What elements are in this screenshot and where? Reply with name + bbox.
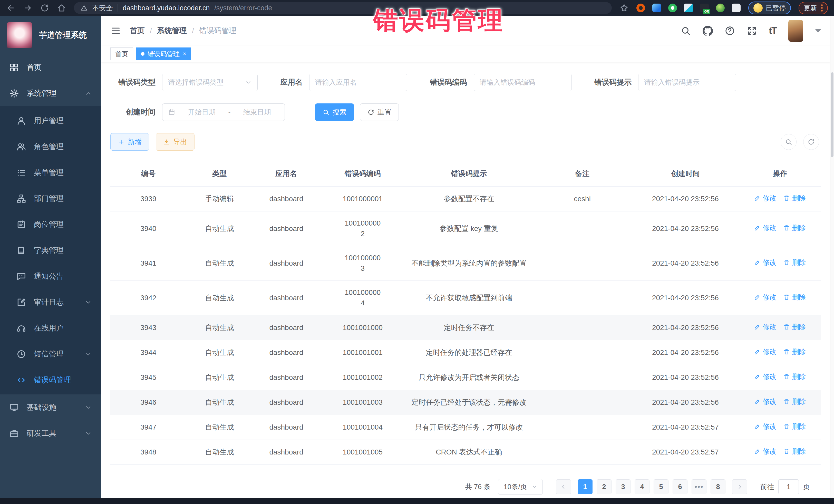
delete-link[interactable]: 删除 bbox=[783, 446, 806, 457]
edit-link[interactable]: 修改 bbox=[754, 258, 776, 268]
delete-link[interactable]: 删除 bbox=[783, 193, 806, 203]
sidebar-item-headset[interactable]: 在线用户 bbox=[0, 315, 101, 341]
extension-squares-icon[interactable] bbox=[684, 4, 693, 12]
search-icon[interactable] bbox=[681, 26, 691, 36]
app-name-input[interactable] bbox=[309, 74, 407, 91]
address-bar[interactable]: 不安全 dashboard.yudao.iocoder.cn/system/er… bbox=[74, 2, 612, 14]
edit-link[interactable]: 修改 bbox=[754, 223, 776, 233]
export-button[interactable]: 导出 bbox=[156, 133, 195, 151]
sidebar-item-users[interactable]: 角色管理 bbox=[0, 134, 101, 160]
sidebar-item-chat[interactable]: 通知公告 bbox=[0, 263, 101, 289]
table-row[interactable]: 3943自动生成dashboard1001001000定时任务不存在2021-0… bbox=[110, 315, 821, 340]
github-icon[interactable] bbox=[703, 26, 713, 36]
sidebar-item-clock[interactable]: 短信管理 bbox=[0, 341, 101, 367]
show-search-button[interactable] bbox=[781, 134, 796, 150]
table-row[interactable]: 3940自动生成dashboard1001000002参数配置 key 重复20… bbox=[110, 212, 821, 246]
breadcrumb-item[interactable]: 错误码管理 bbox=[199, 26, 236, 36]
back-icon[interactable] bbox=[6, 3, 15, 13]
page-size-select[interactable]: 10条/页 bbox=[498, 479, 543, 495]
sidebar-item-badge[interactable]: 岗位管理 bbox=[0, 212, 101, 237]
edit-link[interactable]: 修改 bbox=[754, 292, 776, 302]
delete-link[interactable]: 删除 bbox=[783, 397, 806, 407]
table-row[interactable]: 3946自动生成dashboard1001001003定时任务已经处于该状态，无… bbox=[110, 390, 821, 415]
font-size-icon[interactable]: tT bbox=[769, 25, 776, 36]
forward-icon[interactable] bbox=[23, 3, 32, 13]
table-row[interactable]: 3942自动生成dashboard1001000004不允许获取敏感配置到前端2… bbox=[110, 281, 821, 315]
sidebar-item-gear[interactable]: 系统管理 bbox=[0, 80, 101, 106]
refresh-table-button[interactable] bbox=[803, 134, 819, 150]
edit-link[interactable]: 修改 bbox=[754, 397, 776, 407]
edit-link[interactable]: 修改 bbox=[754, 446, 776, 457]
edit-link[interactable]: 修改 bbox=[754, 422, 776, 432]
ellipsis-pages-button[interactable]: ••• bbox=[692, 479, 706, 494]
edit-link[interactable]: 修改 bbox=[754, 193, 776, 203]
table-row[interactable]: 3944自动生成dashboard1001001001定时任务的处理器已经存在2… bbox=[110, 340, 821, 365]
table-row[interactable]: 3948自动生成dashboard1001001005CRON 表达式不正确20… bbox=[110, 440, 821, 465]
error-code-input[interactable] bbox=[474, 74, 572, 91]
search-button[interactable]: 搜索 bbox=[315, 104, 354, 121]
date-range-picker[interactable]: 开始日期 - 结束日期 bbox=[162, 104, 285, 121]
edit-link[interactable]: 修改 bbox=[754, 347, 776, 357]
breadcrumb-item[interactable]: 系统管理 bbox=[157, 26, 187, 36]
delete-link[interactable]: 删除 bbox=[783, 258, 806, 268]
sidebar-item-list[interactable]: 菜单管理 bbox=[0, 160, 101, 185]
page-button-6[interactable]: 6 bbox=[673, 479, 687, 494]
delete-link[interactable]: 删除 bbox=[783, 347, 806, 357]
help-icon[interactable] bbox=[725, 26, 735, 36]
close-icon[interactable]: × bbox=[183, 51, 186, 57]
extension-dark-icon[interactable]: on bbox=[700, 4, 709, 12]
sidebar-item-monitor[interactable]: 基础设施 bbox=[0, 394, 101, 420]
update-button[interactable]: 更新 bbox=[798, 2, 828, 14]
table-row[interactable]: 3947自动生成dashboard1001001004只有开启状态的任务，才可以… bbox=[110, 415, 821, 440]
sidebar-item-book[interactable]: 字典管理 bbox=[0, 237, 101, 263]
bookmark-star-icon[interactable] bbox=[619, 3, 629, 13]
delete-link[interactable]: 删除 bbox=[783, 292, 806, 302]
extension-orange-icon[interactable] bbox=[636, 4, 645, 12]
table-row[interactable]: 3945自动生成dashboard1001001002只允许修改为开启或者关闭状… bbox=[110, 365, 821, 390]
reload-icon[interactable] bbox=[40, 3, 49, 13]
delete-link[interactable]: 删除 bbox=[783, 223, 806, 233]
prev-page-button[interactable] bbox=[556, 479, 571, 494]
tag-item[interactable]: 首页 bbox=[110, 47, 133, 60]
logo-row[interactable]: 芋道管理系统 bbox=[0, 16, 101, 54]
page-button-1[interactable]: 1 bbox=[578, 479, 593, 494]
breadcrumb-item[interactable]: 首页 bbox=[130, 26, 145, 36]
fullscreen-icon[interactable] bbox=[747, 26, 757, 36]
sidebar-item-grid[interactable]: 首页 bbox=[0, 54, 101, 80]
scrollbar-thumb[interactable] bbox=[831, 72, 833, 157]
goto-page-input[interactable] bbox=[778, 479, 799, 494]
sidebar-item-tree[interactable]: 部门管理 bbox=[0, 185, 101, 212]
home-icon[interactable] bbox=[57, 3, 66, 13]
next-page-button[interactable] bbox=[732, 479, 747, 494]
sidebar-item-briefcase[interactable]: 研发工具 bbox=[0, 420, 101, 446]
delete-link[interactable]: 删除 bbox=[783, 372, 806, 382]
hamburger-icon[interactable] bbox=[110, 25, 121, 36]
reset-button[interactable]: 重置 bbox=[360, 104, 399, 121]
extension-green-icon[interactable] bbox=[668, 4, 677, 12]
page-button-4[interactable]: 4 bbox=[635, 479, 650, 494]
delete-link[interactable]: 删除 bbox=[783, 422, 806, 432]
error-tip-input[interactable] bbox=[638, 74, 736, 91]
edit-link[interactable]: 修改 bbox=[754, 372, 776, 382]
tag-active[interactable]: 错误码管理× bbox=[136, 47, 191, 60]
profile-paused-chip[interactable]: 已暂停 bbox=[748, 2, 791, 14]
sidebar-item-code[interactable]: 错误码管理 bbox=[0, 367, 101, 393]
table-row[interactable]: 3939手动编辑dashboard1001000001参数配置不存在ceshi2… bbox=[110, 187, 821, 212]
extension-puzzle-icon[interactable] bbox=[732, 4, 741, 12]
page-scrollbar[interactable] bbox=[830, 16, 834, 498]
delete-link[interactable]: 删除 bbox=[783, 322, 806, 332]
extension-gem-icon[interactable] bbox=[652, 4, 661, 12]
sidebar-item-user[interactable]: 用户管理 bbox=[0, 108, 101, 134]
page-button-2[interactable]: 2 bbox=[597, 479, 612, 494]
edit-link[interactable]: 修改 bbox=[754, 322, 776, 332]
page-button-5[interactable]: 5 bbox=[654, 479, 668, 494]
add-button[interactable]: 新增 bbox=[110, 133, 149, 151]
avatar-caret-icon[interactable] bbox=[815, 29, 821, 32]
user-avatar[interactable] bbox=[788, 20, 803, 42]
table-row[interactable]: 3941自动生成dashboard1001000003不能删除类型为系统内置的参… bbox=[110, 246, 821, 281]
error-type-select[interactable]: 请选择错误码类型 bbox=[162, 74, 258, 91]
browser-menu-icon[interactable] bbox=[821, 4, 823, 12]
page-button-3[interactable]: 3 bbox=[616, 479, 631, 494]
extension-key-icon[interactable] bbox=[716, 4, 725, 12]
page-button-8[interactable]: 8 bbox=[710, 479, 725, 494]
